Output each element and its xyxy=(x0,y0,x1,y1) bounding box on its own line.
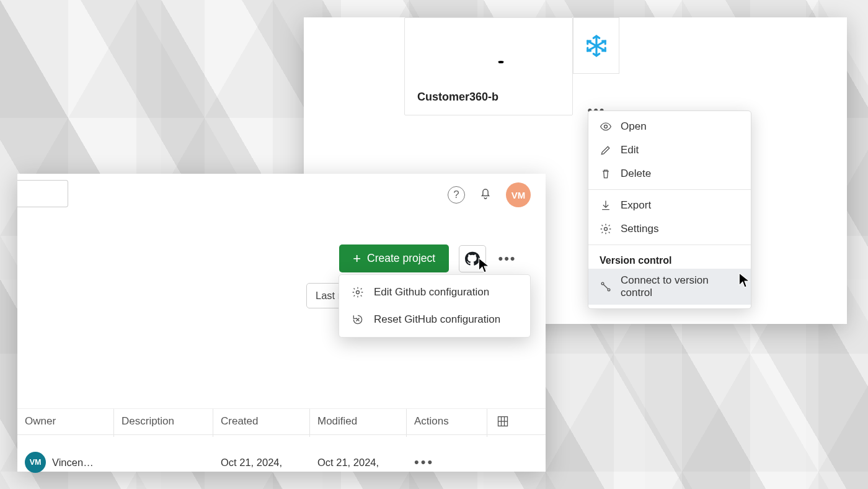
menu-export-label: Export xyxy=(621,199,651,212)
cursor-icon xyxy=(477,257,491,277)
menu-edit-github-config[interactable]: Edit Github configuration xyxy=(339,279,530,306)
menu-delete[interactable]: Delete xyxy=(588,162,751,186)
toolbar-more-button[interactable]: ••• xyxy=(496,251,518,267)
project-card[interactable]: Customer360-b xyxy=(404,17,573,115)
bell-icon[interactable] xyxy=(479,186,492,204)
row-description xyxy=(114,460,213,465)
snowflake-tile[interactable] xyxy=(573,17,619,74)
menu-open[interactable]: Open xyxy=(588,115,751,138)
menu-edit[interactable]: Edit xyxy=(588,138,751,162)
col-owner[interactable]: Owner xyxy=(17,409,114,437)
svg-point-4 xyxy=(604,125,608,128)
svg-point-0 xyxy=(498,61,503,63)
cursor-icon xyxy=(738,272,751,292)
menu-divider xyxy=(588,189,751,190)
create-project-label: Create project xyxy=(367,252,435,265)
row-modified: Oct 21, 2024, xyxy=(310,453,407,472)
trash-icon xyxy=(600,168,612,180)
reset-icon xyxy=(352,313,364,326)
row-actions-more[interactable]: ••• xyxy=(407,452,487,473)
svg-point-5 xyxy=(604,228,608,231)
menu-connect-vc-label: Connect to version control xyxy=(621,274,740,299)
create-project-button[interactable]: + Create project xyxy=(339,244,449,272)
grid-view-toggle[interactable] xyxy=(487,409,518,437)
user-avatar[interactable]: VM xyxy=(506,182,531,207)
gear-icon xyxy=(352,286,364,298)
col-created[interactable]: Created xyxy=(213,409,310,437)
menu-edit-label: Edit xyxy=(621,144,639,156)
header-icon-row: ? VM xyxy=(448,182,531,207)
col-actions: Actions xyxy=(407,409,487,437)
gear-icon xyxy=(600,223,612,235)
menu-connect-version-control[interactable]: Connect to version control xyxy=(588,269,751,305)
grid-icon xyxy=(497,415,509,428)
snowflake-icon xyxy=(585,34,608,58)
row-created: Oct 21, 2024, xyxy=(213,453,310,472)
projects-table-header: Owner Description Created Modified Actio… xyxy=(17,408,546,444)
menu-settings[interactable]: Settings xyxy=(588,217,751,241)
database-icon xyxy=(496,60,513,77)
svg-point-8 xyxy=(356,291,360,294)
menu-export[interactable]: Export xyxy=(588,194,751,217)
svg-point-7 xyxy=(608,289,610,291)
menu-divider-2 xyxy=(588,244,751,245)
col-modified[interactable]: Modified xyxy=(310,409,407,437)
menu-reset-github-config[interactable]: Reset GitHub configuration xyxy=(339,306,530,333)
menu-open-label: Open xyxy=(621,120,647,133)
menu-settings-label: Settings xyxy=(621,223,658,235)
github-menu: Edit Github configuration Reset GitHub c… xyxy=(339,274,531,338)
search-input-fragment[interactable] xyxy=(17,180,68,207)
menu-section-version-control: Version control xyxy=(588,249,751,269)
table-divider xyxy=(17,434,546,435)
projects-toolbar: + Create project ••• xyxy=(17,244,546,272)
download-icon xyxy=(600,199,612,212)
project-card-title: Customer360-b xyxy=(417,91,498,104)
card-context-menu: Open Edit Delete Export Settings Version… xyxy=(588,110,751,309)
branch-icon xyxy=(600,280,612,293)
svg-point-6 xyxy=(601,282,604,285)
eye-icon xyxy=(600,120,612,133)
menu-edit-github-label: Edit Github configuration xyxy=(374,286,489,298)
projects-list-panel: ? VM + Create project ••• Last r Edit Gi… xyxy=(17,174,546,472)
row-owner-avatar: VM xyxy=(25,452,46,473)
row-owner-name: Vincen… xyxy=(52,457,94,469)
col-description[interactable]: Description xyxy=(114,409,213,437)
pencil-icon xyxy=(600,144,612,156)
help-icon[interactable]: ? xyxy=(448,186,465,204)
table-row[interactable]: VM Vincen… Oct 21, 2024, Oct 21, 2024, •… xyxy=(17,441,546,475)
menu-reset-github-label: Reset GitHub configuration xyxy=(374,313,500,326)
menu-delete-label: Delete xyxy=(621,168,651,180)
